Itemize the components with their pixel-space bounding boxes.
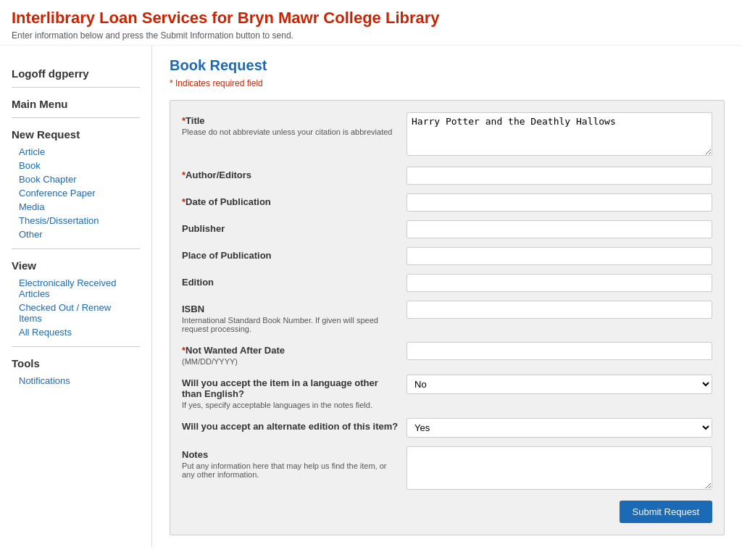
notes-sublabel: Put any information here that may help u… — [182, 461, 399, 479]
nav-all-requests[interactable]: All Requests — [12, 325, 140, 339]
new-request-title: New Request — [12, 128, 140, 141]
title-label: *Title — [182, 115, 399, 126]
form-container: *Title Please do not abbreviate unless y… — [170, 100, 725, 535]
isbn-sublabel: International Standard Book Number. If g… — [182, 316, 399, 333]
publisher-label: Publisher — [182, 223, 399, 234]
nav-thesis[interactable]: Thesis/Dissertation — [12, 214, 140, 227]
language-sublabel: If yes, specify acceptable languages in … — [182, 401, 399, 409]
author-input[interactable]: Rowling, J. K. — [407, 167, 712, 185]
title-row: *Title Please do not abbreviate unless y… — [182, 112, 712, 158]
date-input[interactable]: 2007 — [407, 193, 712, 212]
required-asterisk: * — [170, 78, 173, 88]
notes-label: Notes — [182, 449, 399, 460]
edition-row: Edition 1st Ed. — [182, 274, 712, 292]
title-sublabel: Please do not abbreviate unless your cit… — [182, 128, 399, 136]
place-label: Place of Publication — [182, 250, 399, 261]
nwad-label: *Not Wanted After Date — [182, 345, 399, 356]
nwad-row: *Not Wanted After Date (MM/DD/YYYY) 08/0… — [182, 342, 712, 366]
page-subtitle: Enter information below and press the Su… — [12, 30, 730, 41]
place-row: Place of Publication New York — [182, 247, 712, 265]
title-input[interactable]: Harry Potter and the Deathly Hallows — [407, 112, 712, 156]
language-row: Will you accept the item in a language o… — [182, 375, 712, 409]
submit-button[interactable]: Submit Request — [620, 501, 713, 523]
nav-book-chapter[interactable]: Book Chapter — [12, 172, 140, 186]
tools-title: Tools — [12, 357, 140, 369]
date-label: *Date of Publication — [182, 196, 399, 207]
page-main-title: Interlibrary Loan Services for Bryn Mawr… — [12, 9, 730, 28]
alternate-row: Will you accept an alternate edition of … — [182, 418, 712, 438]
required-note: * Indicates required field — [170, 78, 725, 88]
main-menu-title: Main Menu — [12, 98, 140, 110]
language-select[interactable]: NoYes — [407, 375, 712, 394]
form-title: Book Request — [170, 57, 725, 74]
nav-other[interactable]: Other — [12, 227, 140, 241]
nav-notifications[interactable]: Notifications — [12, 374, 140, 388]
submit-row: Submit Request — [182, 501, 712, 523]
place-input[interactable]: New York — [407, 247, 712, 265]
nwad-input[interactable]: 08/02/2017 — [407, 342, 712, 360]
date-row: *Date of Publication 2007 — [182, 193, 712, 212]
edition-label: Edition — [182, 277, 399, 288]
nav-electronically[interactable]: Electronically Received Articles — [12, 276, 140, 301]
isbn-label: ISBN — [182, 304, 399, 314]
language-label: Will you accept the item in a language o… — [182, 377, 399, 399]
author-label: *Author/Editors — [182, 170, 399, 180]
nav-media[interactable]: Media — [12, 200, 140, 214]
notes-input[interactable] — [407, 446, 712, 490]
edition-input[interactable]: 1st Ed. — [407, 274, 712, 292]
view-title: View — [12, 259, 140, 272]
publisher-row: Publisher Arthur A. Levine Books — [182, 220, 712, 238]
alternate-label: Will you accept an alternate edition of … — [182, 421, 399, 432]
nav-conference-paper[interactable]: Conference Paper — [12, 186, 140, 200]
nav-checked-out[interactable]: Checked Out / Renew Items — [12, 301, 140, 325]
nwad-sublabel: (MM/DD/YYYY) — [182, 357, 399, 366]
notes-row: Notes Put any information here that may … — [182, 446, 712, 492]
isbn-input[interactable]: 9780545010221 — [407, 301, 712, 319]
publisher-input[interactable]: Arthur A. Levine Books — [407, 220, 712, 238]
nav-article[interactable]: Article — [12, 145, 140, 159]
logoff-link[interactable]: Logoff dgperry — [12, 67, 140, 80]
alternate-select[interactable]: YesNo — [407, 418, 712, 438]
nav-book[interactable]: Book — [12, 159, 140, 172]
author-row: *Author/Editors Rowling, J. K. — [182, 167, 712, 185]
isbn-row: ISBN International Standard Book Number.… — [182, 301, 712, 333]
